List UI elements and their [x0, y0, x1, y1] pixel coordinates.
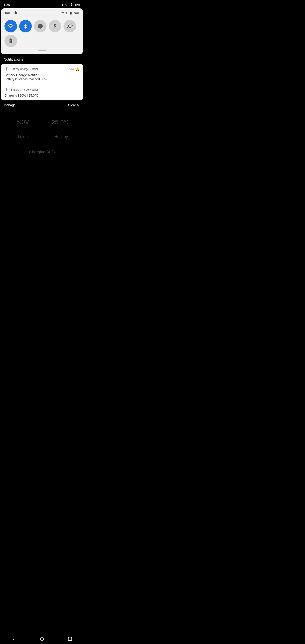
- notif-title-1: Battery Charge Notifier: [4, 73, 80, 77]
- battery-saver-toggle[interactable]: [4, 35, 17, 47]
- battery-status-icon: [70, 3, 74, 6]
- notification-item-1[interactable]: Battery Charge Notifier • now 🔔 Battery …: [1, 64, 83, 84]
- voltage-item: 5.0V: [6, 118, 40, 126]
- status-icons: 80%: [60, 3, 80, 6]
- bluetooth-toggle[interactable]: [19, 20, 32, 32]
- wifi-toggle[interactable]: [4, 20, 17, 32]
- time: 1:39: [4, 3, 10, 6]
- bg-info-section: 5.0V 25.0℃ Li-ion Healthy Charging (AC): [0, 110, 84, 154]
- notif-body-1: Battery level has reached 80%: [4, 77, 80, 81]
- notif-time-1: now: [69, 68, 74, 71]
- notif-bell-1: 🔔: [76, 67, 80, 71]
- clear-all-button[interactable]: Clear all: [68, 103, 80, 107]
- temperature-value: 25.0℃: [44, 118, 78, 126]
- svg-rect-1: [71, 4, 72, 5]
- quick-toggles: [4, 20, 80, 47]
- notif-body-2: Charging | 80% | 25.0℃: [4, 94, 80, 97]
- manage-button[interactable]: Manage: [4, 103, 16, 107]
- autorotate-toggle[interactable]: [64, 20, 76, 32]
- notification-actions: Manage Clear all: [0, 100, 84, 110]
- notif-app-icon-2: [4, 88, 9, 92]
- flashlight-toggle[interactable]: [49, 20, 61, 32]
- panel-status-row: 80%: [61, 12, 80, 15]
- quick-settings-panel: Tue, Feb 2 80%: [1, 8, 83, 54]
- charging-status-value: Charging (AC): [4, 150, 80, 154]
- notif-header-1: Battery Charge Notifier • now 🔔: [4, 67, 80, 71]
- notif-app-name-2: Battery Charge Notifier: [11, 88, 80, 91]
- health-item: Healthy: [44, 132, 78, 139]
- notif-dot-1: •: [65, 68, 66, 71]
- dnd-toggle[interactable]: [34, 20, 46, 32]
- health-value: Healthy: [44, 134, 78, 139]
- drag-handle: [38, 50, 46, 51]
- wifi-status-icon: [60, 3, 64, 6]
- panel-date: Tue, Feb 2: [4, 11, 20, 14]
- status-bar: 1:39 80%: [0, 0, 84, 8]
- voltage-value: 5.0V: [6, 118, 40, 126]
- notifications-header: Notifications: [0, 54, 84, 64]
- panel-battery: 80%: [74, 12, 80, 15]
- battery-type-value: Li-ion: [6, 134, 40, 139]
- notif-header-2: Battery Charge Notifier: [4, 88, 80, 92]
- notif-app-icon-1: [4, 67, 9, 71]
- notif-app-name-1: Battery Charge Notifier: [11, 68, 64, 71]
- battery-percentage: 80%: [74, 3, 80, 6]
- signal-status-icon: [65, 3, 69, 6]
- temperature-item: 25.0℃: [44, 118, 78, 126]
- charging-status-item: Charging (AC): [4, 148, 80, 154]
- notification-card: Battery Charge Notifier • now 🔔 Battery …: [1, 64, 83, 100]
- battery-type-item: Li-ion: [6, 132, 40, 139]
- notification-item-2[interactable]: Battery Charge Notifier Charging | 80% |…: [1, 84, 83, 100]
